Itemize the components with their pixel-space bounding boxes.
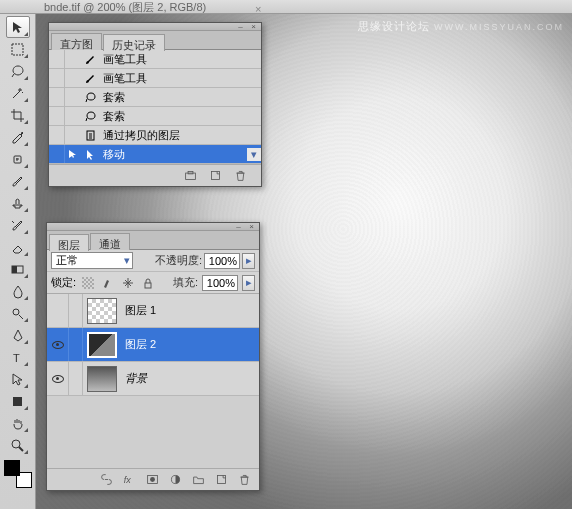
history-item[interactable]: 套索 bbox=[49, 88, 261, 107]
history-label: 画笔工具 bbox=[99, 52, 261, 67]
fill-input[interactable]: 100% bbox=[202, 275, 238, 291]
layer-row[interactable]: 图层 1 bbox=[47, 294, 259, 328]
history-item[interactable]: 移动▾ bbox=[49, 145, 261, 164]
svg-point-4 bbox=[13, 309, 19, 315]
history-checkbox[interactable] bbox=[49, 50, 65, 68]
marquee-tool[interactable] bbox=[6, 38, 30, 60]
history-item[interactable]: 套索 bbox=[49, 107, 261, 126]
layer-name[interactable]: 图层 1 bbox=[117, 303, 156, 318]
history-label: 套索 bbox=[99, 90, 261, 105]
svg-rect-3 bbox=[12, 266, 17, 273]
move-icon bbox=[81, 148, 99, 161]
crop-tool[interactable] bbox=[6, 104, 30, 126]
link-column[interactable] bbox=[69, 328, 83, 361]
path-select-tool[interactable] bbox=[6, 368, 30, 390]
new-snapshot-icon[interactable] bbox=[184, 169, 197, 182]
lock-pixels-icon[interactable] bbox=[100, 275, 116, 291]
layer-row[interactable]: 图层 2 bbox=[47, 328, 259, 362]
layers-tabs: 图层 通道 bbox=[47, 231, 259, 250]
gradient-tool[interactable] bbox=[6, 258, 30, 280]
history-item[interactable]: 画笔工具 bbox=[49, 69, 261, 88]
layer-name[interactable]: 背景 bbox=[117, 371, 147, 386]
tab-channels[interactable]: 通道 bbox=[90, 233, 130, 250]
dodge-tool[interactable] bbox=[6, 302, 30, 324]
fx-icon[interactable]: fx bbox=[123, 473, 136, 486]
opacity-label: 不透明度: bbox=[155, 253, 202, 268]
foreground-color[interactable] bbox=[4, 460, 20, 476]
minimize-icon[interactable]: – bbox=[233, 224, 244, 230]
lock-all-icon[interactable] bbox=[140, 275, 156, 291]
adjustment-icon[interactable] bbox=[169, 473, 182, 486]
panel-header[interactable]: – × bbox=[49, 23, 261, 31]
panel-header[interactable]: – × bbox=[47, 223, 259, 231]
scroll-down-icon[interactable]: ▾ bbox=[247, 148, 261, 161]
hand-tool[interactable] bbox=[6, 412, 30, 434]
new-layer-icon[interactable] bbox=[215, 473, 228, 486]
link-column[interactable] bbox=[69, 362, 83, 395]
tab-layers[interactable]: 图层 bbox=[49, 234, 89, 251]
visibility-toggle[interactable] bbox=[47, 294, 69, 327]
lock-row: 锁定: 填充: 100% ▸ bbox=[47, 272, 259, 294]
lasso-tool[interactable] bbox=[6, 60, 30, 82]
history-checkbox[interactable] bbox=[49, 69, 65, 87]
close-icon[interactable]: × bbox=[255, 2, 264, 11]
blend-mode-select[interactable]: 正常▾ bbox=[51, 252, 133, 269]
opacity-input[interactable]: 100% bbox=[204, 253, 240, 269]
layer-thumbnail[interactable] bbox=[87, 298, 117, 324]
svg-point-18 bbox=[150, 477, 155, 482]
history-checkbox[interactable] bbox=[49, 107, 65, 125]
move-tool[interactable] bbox=[6, 16, 30, 38]
type-tool[interactable]: T bbox=[6, 346, 30, 368]
close-icon[interactable]: × bbox=[248, 24, 259, 30]
zoom-tool[interactable] bbox=[6, 434, 30, 456]
visibility-toggle[interactable] bbox=[47, 362, 69, 395]
watermark: 思缘设计论坛WWW.MISSYUAN.COM bbox=[358, 18, 564, 34]
link-icon[interactable] bbox=[100, 473, 113, 486]
svg-rect-20 bbox=[217, 475, 225, 483]
history-label: 通过拷贝的图层 bbox=[99, 128, 261, 143]
opacity-flyout-icon[interactable]: ▸ bbox=[242, 253, 255, 269]
document-titlebar: bnde.tif @ 200% (图层 2, RGB/8) × bbox=[0, 0, 572, 14]
eyedropper-tool[interactable] bbox=[6, 126, 30, 148]
fill-flyout-icon[interactable]: ▸ bbox=[242, 275, 255, 291]
history-list: 画笔工具画笔工具套索套索通过拷贝的图层移动▾ bbox=[49, 50, 261, 164]
trash-icon[interactable] bbox=[234, 169, 247, 182]
wand-tool[interactable] bbox=[6, 82, 30, 104]
fill-label: 填充: bbox=[173, 275, 198, 290]
new-doc-icon[interactable] bbox=[209, 169, 222, 182]
healing-tool[interactable] bbox=[6, 148, 30, 170]
pen-tool[interactable] bbox=[6, 324, 30, 346]
history-checkbox[interactable] bbox=[49, 126, 65, 144]
visibility-toggle[interactable] bbox=[47, 328, 69, 361]
link-column[interactable] bbox=[69, 294, 83, 327]
group-icon[interactable] bbox=[192, 473, 205, 486]
layer-thumbnail[interactable] bbox=[87, 366, 117, 392]
lock-transparency-icon[interactable] bbox=[80, 275, 96, 291]
brush-icon bbox=[81, 72, 99, 85]
history-item[interactable]: 通过拷贝的图层 bbox=[49, 126, 261, 145]
layer-row[interactable]: 背景 bbox=[47, 362, 259, 396]
history-brush-tool[interactable] bbox=[6, 214, 30, 236]
document-title: bnde.tif @ 200% (图层 2, RGB/8) bbox=[44, 1, 206, 13]
history-checkbox[interactable] bbox=[49, 145, 65, 163]
stamp-tool[interactable] bbox=[6, 192, 30, 214]
lock-position-icon[interactable] bbox=[120, 275, 136, 291]
tab-history[interactable]: 历史记录 bbox=[103, 34, 165, 51]
layer-thumbnail[interactable] bbox=[87, 332, 117, 358]
color-swatches[interactable] bbox=[4, 460, 32, 488]
blur-tool[interactable] bbox=[6, 280, 30, 302]
history-tabs: 直方图 历史记录 bbox=[49, 31, 261, 50]
eraser-tool[interactable] bbox=[6, 236, 30, 258]
history-checkbox[interactable] bbox=[49, 88, 65, 106]
shape-tool[interactable] bbox=[6, 390, 30, 412]
svg-rect-15 bbox=[145, 283, 151, 288]
minimize-icon[interactable]: – bbox=[235, 24, 246, 30]
mask-icon[interactable] bbox=[146, 473, 159, 486]
close-icon[interactable]: × bbox=[246, 224, 257, 230]
copy-layer-icon bbox=[81, 129, 99, 142]
brush-tool[interactable] bbox=[6, 170, 30, 192]
trash-icon[interactable] bbox=[238, 473, 251, 486]
layer-list-empty[interactable] bbox=[47, 396, 259, 468]
layer-name[interactable]: 图层 2 bbox=[117, 337, 156, 352]
tab-histogram[interactable]: 直方图 bbox=[51, 33, 102, 50]
